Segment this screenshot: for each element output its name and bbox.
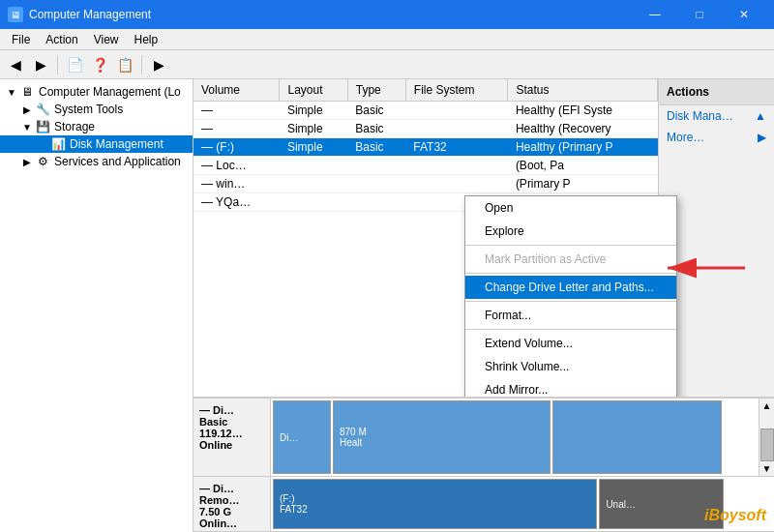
file-action-button[interactable]: 📄 xyxy=(63,53,86,76)
cell-volume: — YQa… xyxy=(194,193,280,212)
cell-layout: Simple xyxy=(280,138,347,157)
action-disk-management[interactable]: Disk Mana… ▲ xyxy=(659,105,774,127)
main-area: ▼ 🖥 Computer Management (Lo ▶ 🔧 System T… xyxy=(0,79,774,532)
right-panel: Volume Layout Type File System Status — … xyxy=(194,79,774,532)
menu-file[interactable]: File xyxy=(4,31,38,48)
maximize-button[interactable]: □ xyxy=(677,0,722,29)
tree-item-label: Computer Management (Lo xyxy=(39,85,181,99)
disk-name: — Di… xyxy=(199,483,264,494)
table-row[interactable]: — Simple Basic Healthy (EFI Syste xyxy=(194,102,658,120)
toolbar-separator-2 xyxy=(141,55,142,74)
ctx-separator xyxy=(465,245,676,246)
cell-filesystem xyxy=(405,102,508,120)
scrollbar-track[interactable]: ▲ ▼ xyxy=(759,399,774,476)
minimize-button[interactable]: — xyxy=(633,0,677,29)
col-volume[interactable]: Volume xyxy=(194,79,280,102)
scroll-up[interactable]: ▲ xyxy=(760,399,774,413)
disk-name: — Di… xyxy=(199,404,264,416)
table-row-selected[interactable]: — (F:) Simple Basic FAT32 Healthy (Prima… xyxy=(194,138,658,157)
menu-action[interactable]: Action xyxy=(38,31,85,48)
table-row[interactable]: — Loc… (Boot, Pa xyxy=(194,157,658,175)
cell-filesystem xyxy=(405,175,508,193)
menu-view[interactable]: View xyxy=(86,31,127,48)
cell-volume: — xyxy=(194,120,280,138)
tree-item-disk-management[interactable]: 📊 Disk Management xyxy=(0,135,193,153)
scroll-thumb[interactable] xyxy=(760,429,774,461)
title-bar-left: 🖥 Computer Management xyxy=(8,7,151,22)
ctx-add-mirror[interactable]: Add Mirror... xyxy=(465,378,676,397)
action-arrow-icon: ▲ xyxy=(755,109,766,123)
action-arrow-icon: ▶ xyxy=(758,131,766,144)
expand-arrow: ▼ xyxy=(4,87,19,98)
tree-item-computer-management[interactable]: ▼ 🖥 Computer Management (Lo xyxy=(0,83,193,101)
ctx-format[interactable]: Format... xyxy=(465,304,676,327)
table-row[interactable]: — Simple Basic Healthy (Recovery xyxy=(194,120,658,138)
cell-type xyxy=(347,193,405,212)
tree-item-services[interactable]: ▶ ⚙ Services and Application xyxy=(0,153,193,170)
tree-item-system-tools[interactable]: ▶ 🔧 System Tools xyxy=(0,101,193,118)
partition-unallocated[interactable]: Unal… xyxy=(599,479,724,529)
cell-status: (Boot, Pa xyxy=(508,157,658,175)
action-label: Disk Mana… xyxy=(667,109,733,123)
toolbar: ◀ ▶ 📄 ❓ 📋 ▶ xyxy=(0,50,774,79)
action-more[interactable]: More… ▶ xyxy=(659,127,774,148)
ctx-separator xyxy=(465,273,676,274)
services-icon: ⚙ xyxy=(35,155,50,168)
ctx-separator xyxy=(465,301,676,302)
menu-help[interactable]: Help xyxy=(127,31,166,48)
disk-size: 119.12… xyxy=(199,428,264,439)
partition-label: (F:) xyxy=(280,493,590,504)
window-controls[interactable]: — □ ✕ xyxy=(633,0,766,29)
ctx-shrink-volume[interactable]: Shrink Volume... xyxy=(465,355,676,378)
cell-filesystem xyxy=(405,157,508,175)
cell-layout: Simple xyxy=(280,102,347,120)
back-button[interactable]: ◀ xyxy=(4,53,27,76)
ctx-open[interactable]: Open xyxy=(465,196,676,220)
col-status[interactable]: Status xyxy=(508,79,658,102)
expand-arrow: ▼ xyxy=(19,122,35,133)
copy-button[interactable]: 📋 xyxy=(113,53,136,76)
tree-item-storage[interactable]: ▼ 💾 Storage xyxy=(0,118,193,135)
close-button[interactable]: ✕ xyxy=(722,0,766,29)
disk-label-1: — Di… Remo… 7.50 G Onlin… xyxy=(194,477,271,531)
cell-status: Healthy (Recovery xyxy=(508,120,658,138)
cell-layout xyxy=(280,175,347,193)
forward-button[interactable]: ▶ xyxy=(29,53,52,76)
scroll-down[interactable]: ▼ xyxy=(760,461,774,476)
table-row[interactable]: — win… (Primary P xyxy=(194,175,658,193)
run-button[interactable]: ▶ xyxy=(147,53,170,76)
partition-status: Healt xyxy=(340,437,544,448)
cell-volume: — win… xyxy=(194,175,280,193)
disk-label-0: — Di… Basic 119.12… Online xyxy=(194,399,271,476)
cell-filesystem: FAT32 xyxy=(405,138,508,157)
cell-status: Healthy (Primary P xyxy=(508,138,658,157)
disk-row-1: — Di… Remo… 7.50 G Onlin… (F:) FAT32 Una… xyxy=(194,477,774,532)
col-filesystem[interactable]: File System xyxy=(405,79,508,102)
toolbar-separator-1 xyxy=(57,55,58,74)
cell-type: Basic xyxy=(347,102,405,120)
volumes-table: Volume Layout Type File System Status — … xyxy=(194,79,658,212)
col-type[interactable]: Type xyxy=(347,79,405,102)
storage-icon: 💾 xyxy=(35,120,50,133)
expand-arrow: ▶ xyxy=(19,104,35,115)
cell-type: Basic xyxy=(347,120,405,138)
action-label: More… xyxy=(667,131,704,144)
partition[interactable]: (F:) FAT32 xyxy=(273,479,597,529)
cell-filesystem xyxy=(405,120,508,138)
disk-icon: 📊 xyxy=(50,137,66,151)
col-layout[interactable]: Layout xyxy=(280,79,347,102)
cell-type xyxy=(347,175,405,193)
partition[interactable]: 870 M Healt xyxy=(333,400,551,474)
cell-status: Healthy (EFI Syste xyxy=(508,102,658,120)
ctx-extend-volume[interactable]: Extend Volume... xyxy=(465,332,676,355)
partition[interactable] xyxy=(552,400,722,474)
ctx-change-drive-letter[interactable]: Change Drive Letter and Paths... xyxy=(465,276,676,299)
tree-item-label: System Tools xyxy=(54,103,123,116)
ctx-separator xyxy=(465,329,676,330)
actions-header: Actions xyxy=(659,79,774,105)
ctx-explore[interactable]: Explore xyxy=(465,220,676,243)
partition[interactable]: Di… xyxy=(273,400,331,474)
help-button[interactable]: ❓ xyxy=(88,53,111,76)
disk-1-partitions: (F:) FAT32 Unal… xyxy=(271,477,774,531)
computer-icon: 🖥 xyxy=(19,85,35,99)
